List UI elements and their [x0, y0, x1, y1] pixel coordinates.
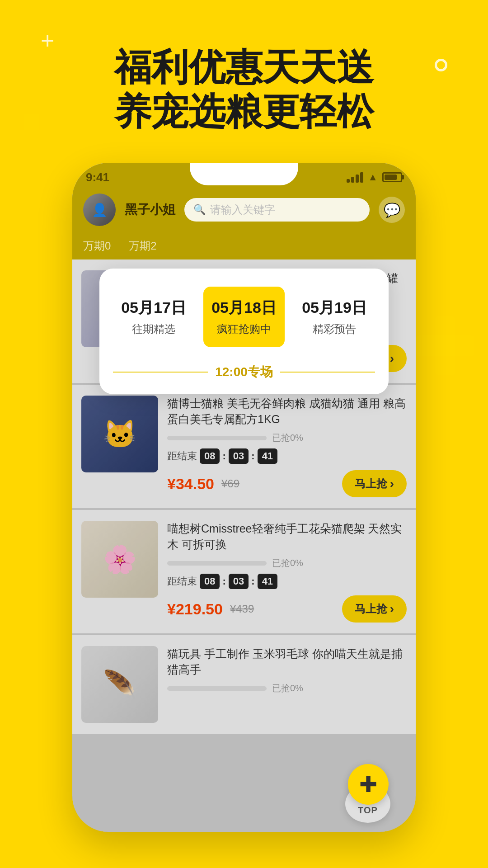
date-3-text: 05月19日: [298, 297, 371, 318]
date-1-text: 05月17日: [117, 297, 190, 318]
date-option-3[interactable]: 05月19日 精彩预告: [294, 287, 375, 347]
deco-cross-right: [416, 316, 474, 375]
time-slot-line-left: [113, 372, 208, 373]
date-tabs-background: 万期0 万期2: [72, 232, 416, 259]
plus-icon: ✚: [359, 772, 377, 797]
username-label: 黑子小姐: [125, 201, 175, 218]
date-selection-modal: 05月17日 往期精选 05月18日 疯狂抢购中 05月19日 精彩预告: [99, 269, 389, 394]
date-option-1[interactable]: 05月17日 往期精选: [113, 287, 194, 347]
phone-screen: 9:41 ▲ 👤 黑子小姐 🔍 请输: [72, 163, 416, 832]
time-slot-row: 12:00专场: [113, 363, 375, 381]
signal-icon: [347, 172, 363, 183]
date-2-label: 疯狂抢购中: [208, 322, 280, 336]
wifi-icon: ▲: [368, 171, 378, 183]
date-option-2[interactable]: 05月18日 疯狂抢购中: [203, 287, 285, 347]
time-slot-text: 12:00专场: [215, 363, 273, 381]
date-tab-prev: 万期0: [83, 239, 111, 253]
status-time: 9:41: [86, 170, 109, 184]
search-bar[interactable]: 🔍 请输入关键字: [184, 198, 370, 222]
date-1-label: 往期精选: [117, 322, 190, 336]
date-tab-next: 万期2: [129, 239, 156, 253]
avatar: 👤: [83, 193, 116, 226]
modal-overlay: 05月17日 往期精选 05月18日 疯狂抢购中 05月19日 精彩预告: [72, 259, 416, 832]
search-placeholder-text: 请输入关键字: [210, 203, 275, 217]
status-icons: ▲: [347, 171, 402, 183]
search-icon: 🔍: [193, 204, 206, 216]
hero-section: 福利优惠天天送 养宠选粮更轻松: [0, 45, 488, 134]
hero-title: 福利优惠天天送 养宠选粮更轻松: [0, 45, 488, 134]
date-2-text: 05月18日: [208, 297, 280, 318]
phone-mockup: 9:41 ▲ 👤 黑子小姐 🔍 请输: [72, 163, 416, 832]
status-bar: 9:41 ▲: [86, 167, 402, 187]
top-label: TOP: [358, 805, 378, 816]
date-options-row: 05月17日 往期精选 05月18日 疯狂抢购中 05月19日 精彩预告: [113, 287, 375, 347]
time-slot-line-right: [280, 372, 375, 373]
date-3-label: 精彩预告: [298, 322, 371, 336]
battery-icon: [382, 172, 402, 182]
app-header: 👤 黑子小姐 🔍 请输入关键字 💬: [72, 187, 416, 232]
fab-plus-button[interactable]: ✚: [348, 764, 389, 805]
chat-icon[interactable]: 💬: [379, 197, 405, 223]
